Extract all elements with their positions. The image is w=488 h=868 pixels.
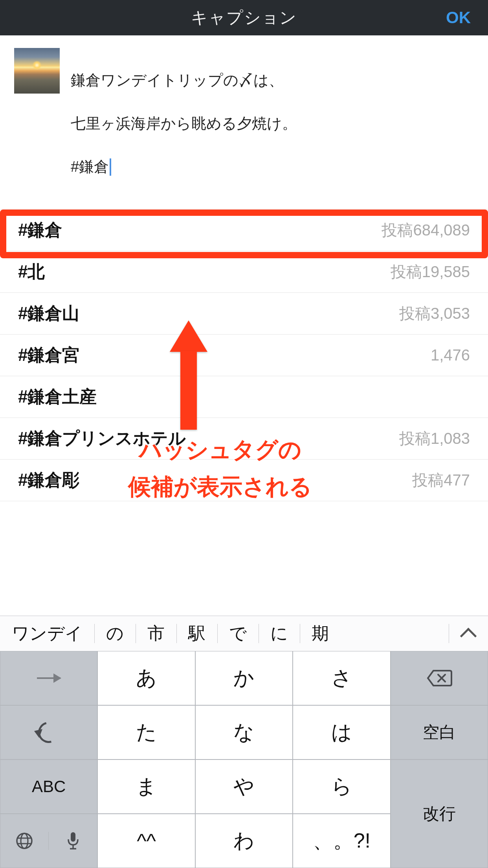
suggestion-tag: #北	[18, 260, 45, 283]
hashtag-suggestions: #鎌倉 投稿684,089 #北 投稿19,585 #鎌倉山 投稿3,053 #…	[0, 210, 488, 501]
suggestion-count: 投稿3,053	[399, 303, 470, 324]
key-next[interactable]	[0, 651, 97, 705]
prediction-candidate[interactable]: 市	[136, 616, 176, 651]
key-kana[interactable]: は	[293, 705, 390, 760]
key-kana[interactable]: 、。?!	[293, 814, 390, 868]
caption-area[interactable]: 鎌倉ワンデイトリップの〆は、 七里ヶ浜海岸から眺める夕焼け。 #鎌倉	[0, 35, 488, 210]
suggestion-row[interactable]: #鎌倉土産	[0, 376, 488, 418]
suggestion-tag: #鎌倉土産	[18, 385, 97, 408]
svg-point-0	[17, 833, 32, 848]
key-kana[interactable]: や	[195, 760, 293, 814]
prediction-bar: ワンデイ の 市 駅 で に 期	[0, 616, 488, 651]
suggestion-tag: #鎌倉プリンスホテル	[18, 427, 186, 450]
prediction-candidate[interactable]: の	[94, 616, 136, 651]
undo-icon	[34, 718, 63, 747]
key-backspace[interactable]	[391, 651, 488, 705]
suggestion-row[interactable]: #北 投稿19,585	[0, 251, 488, 293]
suggestion-row[interactable]: #鎌倉宮 1,476	[0, 335, 488, 376]
svg-point-1	[21, 833, 28, 848]
key-kana[interactable]: わ	[195, 814, 293, 868]
key-space[interactable]: 空白	[391, 705, 488, 760]
key-abc[interactable]: ABC	[0, 760, 97, 814]
prediction-candidate[interactable]: 期	[300, 616, 341, 651]
caption-line: #鎌倉	[71, 156, 109, 178]
key-kana[interactable]: か	[195, 651, 293, 705]
svg-rect-4	[71, 832, 75, 842]
caption-line: 鎌倉ワンデイトリップの〆は、	[71, 70, 297, 91]
key-globe-mic	[0, 814, 97, 868]
globe-icon	[15, 832, 33, 850]
key-kana[interactable]: ^^	[97, 814, 195, 868]
suggestion-tag: #鎌倉	[18, 219, 62, 242]
suggestion-tag: #鎌倉山	[18, 302, 79, 325]
key-undo[interactable]	[0, 705, 97, 760]
suggestion-row[interactable]: #鎌倉 投稿684,089	[0, 210, 488, 251]
suggestion-count: 投稿19,585	[391, 261, 470, 283]
key-kana[interactable]: な	[195, 705, 293, 760]
caption-line: 七里ヶ浜海岸から眺める夕焼け。	[71, 113, 297, 134]
chevron-up-icon	[460, 627, 477, 644]
key-globe[interactable]	[0, 832, 49, 850]
header-title: キャプション	[191, 7, 297, 29]
prediction-candidate[interactable]: ワンデイ	[0, 616, 94, 651]
suggestion-tag: #鎌倉宮	[18, 344, 79, 367]
text-cursor	[110, 158, 111, 176]
key-kana[interactable]: さ	[293, 651, 390, 705]
header: キャプション OK	[0, 0, 488, 35]
suggestion-count: 投稿477	[412, 469, 470, 491]
photo-thumbnail[interactable]	[14, 48, 60, 94]
caption-text[interactable]: 鎌倉ワンデイトリップの〆は、 七里ヶ浜海岸から眺める夕焼け。 #鎌倉	[71, 48, 297, 200]
key-mic[interactable]	[49, 831, 97, 850]
keyboard-grid: あ か さ た な は 空白 ABC ま や ら 改行	[0, 651, 488, 868]
prediction-candidate[interactable]: に	[259, 616, 300, 651]
prediction-candidate[interactable]: 駅	[176, 616, 217, 651]
arrow-right-icon	[37, 677, 61, 679]
suggestion-row[interactable]: #鎌倉彫 投稿477	[0, 460, 488, 501]
prediction-expand[interactable]	[449, 616, 488, 651]
suggestion-count: 投稿1,083	[399, 428, 470, 449]
keyboard: ワンデイ の 市 駅 で に 期 あ か さ た な は 空白 ABC ま や …	[0, 616, 488, 868]
suggestion-row[interactable]: #鎌倉プリンスホテル 投稿1,083	[0, 418, 488, 460]
backspace-icon	[426, 669, 452, 687]
key-kana[interactable]: ま	[97, 760, 195, 814]
key-enter[interactable]: 改行	[391, 760, 488, 868]
mic-icon	[66, 831, 80, 850]
suggestion-tag: #鎌倉彫	[18, 469, 79, 492]
suggestion-count: 投稿684,089	[382, 219, 470, 241]
key-kana[interactable]: あ	[97, 651, 195, 705]
ok-button[interactable]: OK	[446, 8, 471, 27]
suggestion-row[interactable]: #鎌倉山 投稿3,053	[0, 293, 488, 335]
prediction-candidate[interactable]: で	[217, 616, 259, 651]
key-kana[interactable]: た	[97, 705, 195, 760]
key-kana[interactable]: ら	[293, 760, 390, 814]
suggestion-count: 1,476	[431, 346, 470, 364]
